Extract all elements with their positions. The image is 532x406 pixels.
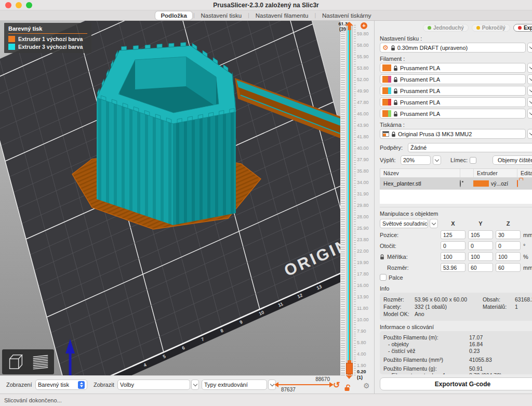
layer-tick-label: 40.00: [357, 146, 374, 151]
layer-tick-label: 13.90: [357, 294, 374, 299]
layer-slider-track[interactable]: [346, 25, 353, 376]
object-list-body[interactable]: [380, 189, 532, 204]
size-label: Rozměr:: [380, 265, 438, 271]
legend-title: Barevný tisk: [8, 25, 87, 34]
brim-checkbox[interactable]: [470, 157, 476, 164]
model-hex-planter[interactable]: [97, 43, 236, 225]
infill-select[interactable]: 20%: [401, 155, 431, 165]
coordinate-system-chevron[interactable]: [430, 219, 438, 228]
chevron-down-icon: [270, 382, 274, 386]
position-x-field[interactable]: 125: [441, 230, 466, 239]
horizontal-range-slider[interactable]: [278, 384, 330, 385]
mode-switcher: Jednoduchý Pokročilý Expert: [380, 24, 532, 32]
filament-3-select[interactable]: Prusament PLA: [380, 86, 526, 96]
printer-preset-select[interactable]: Original Prusa i3 MK3 MMU2: [380, 129, 526, 139]
view-mode-select[interactable]: Barevný tisk: [35, 379, 87, 390]
mode-expert-button[interactable]: Expert: [513, 24, 532, 32]
rotate-x-field[interactable]: 0: [441, 241, 466, 250]
mode-simple-button[interactable]: Jednoduchý: [423, 24, 469, 32]
position-y-field[interactable]: 105: [468, 230, 493, 239]
yellow-dot-icon: [476, 26, 480, 30]
filament-4-select[interactable]: Prusament PLA: [380, 97, 526, 107]
green-dot-icon: [428, 26, 431, 30]
tab-filament-settings[interactable]: Nastavení filamentu: [250, 11, 314, 20]
scale-x-field[interactable]: 100: [441, 252, 466, 261]
filament-1-swatch: [382, 64, 391, 71]
edit-object-icon[interactable]: [517, 180, 518, 187]
tab-plater[interactable]: Podložka: [155, 11, 192, 20]
uniform-scale-lock-icon[interactable]: [380, 254, 384, 260]
status-bar: Slicování dokončeno...: [0, 394, 532, 406]
scale-y-field[interactable]: 100: [468, 252, 493, 261]
lock-icon: [393, 65, 398, 71]
reset-view-icon[interactable]: ↺: [333, 380, 340, 390]
3d-scene[interactable]: 45678910111213 ORIGIN: [0, 21, 340, 375]
layer-tick-label: 31.90: [357, 191, 374, 197]
tab-print-settings[interactable]: Nastavení tisku: [196, 11, 247, 20]
layer-slider-lower-arrow[interactable]: [346, 375, 352, 379]
tab-printer-settings[interactable]: Nastavení tiskárny: [317, 11, 377, 20]
tab-separator: |: [314, 12, 316, 18]
print-preset-select[interactable]: ⚙ 0.30mm DRAFT (upraveno): [380, 43, 526, 53]
filament-2-select[interactable]: Prusament PLA: [380, 74, 526, 84]
column-extruder: Extruder: [473, 169, 517, 177]
unlock-icon[interactable]: [344, 384, 351, 391]
column-visibility: [460, 169, 473, 177]
supports-select[interactable]: Žádné: [408, 143, 532, 152]
filament-3-chevron[interactable]: [527, 86, 532, 96]
layer-tick-labels: 59.8058.0055.9053.8052.0049.9047.8046.00…: [357, 31, 374, 368]
printer-preset-chevron[interactable]: [527, 129, 532, 139]
layer-slider-ticks: [354, 25, 356, 376]
size-y-field[interactable]: 60: [468, 263, 493, 272]
filament-1-chevron[interactable]: [527, 63, 532, 73]
legend-item: Extruder 3 výchozí barva: [8, 44, 87, 50]
eye-icon[interactable]: [460, 180, 461, 187]
mode-advanced-button[interactable]: Pokročilý: [472, 24, 510, 32]
layer-tick-label: 10.00: [357, 317, 374, 322]
maximize-window-button[interactable]: [26, 2, 32, 8]
rotate-y-field[interactable]: 0: [468, 241, 493, 250]
filament-5-select[interactable]: Prusament PLA: [380, 109, 526, 119]
object-row[interactable]: Hex_planter.stl vý...ozí: [380, 178, 532, 189]
extrusion-types-select[interactable]: Typy extrudování: [202, 379, 267, 390]
infill-label: Výplň:: [380, 157, 398, 163]
slider-gear-icon[interactable]: ⚙: [363, 382, 370, 390]
object-extruder-cell[interactable]: vý...ozí: [473, 180, 517, 187]
info-title: Info: [380, 285, 532, 292]
filament-3-swatch: [382, 87, 391, 94]
rotate-z-field[interactable]: 0: [496, 241, 521, 250]
layers-preview-icon[interactable]: [31, 352, 50, 372]
export-gcode-button[interactable]: Exportovat G-code: [380, 377, 532, 390]
layer-tick-label: 28.00: [357, 214, 374, 219]
layer-slider-lower-handle[interactable]: [346, 363, 353, 374]
printer-icon: [382, 131, 389, 137]
chevron-down-icon: [193, 382, 197, 386]
layer-tick-label: 34.00: [357, 180, 374, 185]
filament-4-chevron[interactable]: [527, 97, 532, 107]
coordinate-system-select[interactable]: Světové souřadnice: [380, 219, 428, 228]
show-options-select[interactable]: Volby: [117, 379, 190, 390]
filament-2-chevron[interactable]: [527, 74, 532, 84]
filament-1-select[interactable]: Prusament PLA: [380, 63, 526, 73]
filament-5-chevron[interactable]: [527, 109, 532, 119]
axis-z-header: Z: [496, 220, 521, 227]
scale-z-field[interactable]: 100: [496, 252, 521, 261]
close-window-button[interactable]: [5, 2, 11, 8]
layer-tick-label: 49.90: [357, 88, 374, 94]
size-z-field[interactable]: 60: [496, 263, 521, 272]
inches-checkbox[interactable]: [380, 274, 387, 281]
purge-volumes-button[interactable]: Objemy čištění...: [493, 155, 532, 165]
minimize-window-button[interactable]: [16, 2, 22, 8]
show-options-chevron[interactable]: [191, 379, 199, 390]
filament-5-swatch: [382, 110, 391, 117]
viewport-area: 45678910111213 ORIGIN: [0, 21, 374, 394]
layer-tick-label: 19.90: [357, 260, 374, 265]
chevron-down-icon: [529, 45, 532, 49]
manipulation-title: Manipulace s objektem: [380, 211, 532, 217]
position-z-field[interactable]: 30: [496, 230, 521, 239]
print-preset-chevron[interactable]: [527, 43, 532, 53]
add-color-change-icon[interactable]: +: [361, 22, 367, 29]
3d-view-icon[interactable]: [6, 352, 25, 372]
infill-chevron[interactable]: [433, 155, 441, 165]
size-x-field[interactable]: 53.96: [441, 263, 466, 272]
